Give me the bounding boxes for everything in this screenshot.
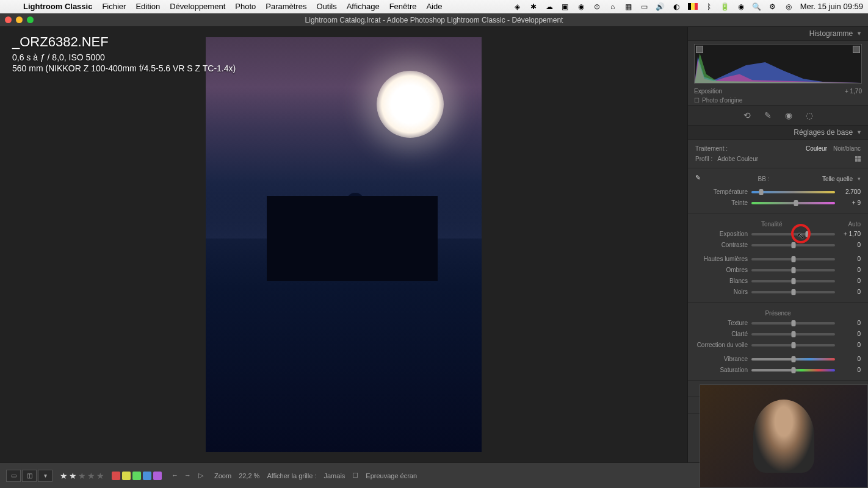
menu-photo[interactable]: Photo xyxy=(235,2,256,11)
flag-icon[interactable] xyxy=(688,3,698,10)
exposure-value[interactable]: + 1,70 xyxy=(839,231,861,237)
highlight-clip-indicator[interactable] xyxy=(853,46,860,53)
minimize-button[interactable] xyxy=(16,16,23,23)
original-photo-label[interactable]: Photo d'origine xyxy=(702,97,742,104)
texture-slider[interactable] xyxy=(751,322,835,325)
highlights-slider[interactable] xyxy=(751,258,835,260)
status-icon[interactable]: ⊙ xyxy=(593,2,601,11)
menu-aide[interactable]: Aide xyxy=(426,2,442,11)
menubar-clock[interactable]: Mer. 15 juin 09:59 xyxy=(800,2,863,11)
view-loupe-button[interactable]: ▭ xyxy=(6,470,21,482)
grid-value[interactable]: Jamais xyxy=(324,472,345,479)
contrast-value[interactable]: 0 xyxy=(839,242,861,248)
battery-icon[interactable]: 🔋 xyxy=(721,2,729,11)
menu-parametres[interactable]: Paramètres xyxy=(266,2,306,11)
crop-tool-icon[interactable]: ⟲ xyxy=(743,110,751,120)
highlights-value[interactable]: 0 xyxy=(839,256,861,262)
prev-button[interactable]: ← xyxy=(169,472,181,479)
profile-browser-icon[interactable] xyxy=(855,156,861,162)
status-icon[interactable]: ◐ xyxy=(672,2,681,11)
star-icon[interactable]: ★ xyxy=(78,471,86,481)
exposure-slider[interactable] xyxy=(751,233,835,235)
status-icon[interactable]: ▦ xyxy=(624,2,633,11)
star-icon[interactable]: ★ xyxy=(69,471,77,481)
softproof-label[interactable]: Epreuvage écran xyxy=(366,472,417,479)
menu-outils[interactable]: Outils xyxy=(316,2,336,11)
vibrance-value[interactable]: 0 xyxy=(839,356,861,362)
status-icon[interactable]: ▭ xyxy=(640,2,649,11)
collapse-icon[interactable]: ▼ xyxy=(856,30,862,37)
basic-panel-header[interactable]: Réglages de base▼ xyxy=(688,126,868,140)
vibrance-slider[interactable] xyxy=(751,358,835,361)
whites-value[interactable]: 0 xyxy=(839,278,861,284)
heal-tool-icon[interactable]: ✎ xyxy=(764,110,772,120)
temp-slider[interactable] xyxy=(751,191,835,193)
collapse-icon[interactable]: ▼ xyxy=(856,129,862,135)
next-button[interactable]: → xyxy=(182,472,193,479)
dehaze-slider[interactable] xyxy=(751,344,835,346)
treatment-color[interactable]: Couleur xyxy=(806,145,827,152)
rating-stars[interactable]: ★ ★ ★ ★ ★ xyxy=(60,471,104,481)
redeye-tool-icon[interactable]: ◉ xyxy=(785,110,792,120)
clarity-slider[interactable] xyxy=(751,333,835,336)
blacks-slider[interactable] xyxy=(751,291,835,293)
play-button[interactable]: ▷ xyxy=(195,472,207,479)
menu-fenetre[interactable]: Fenêtre xyxy=(389,2,417,11)
tint-value[interactable]: + 9 xyxy=(839,199,861,206)
shadows-value[interactable]: 0 xyxy=(839,267,861,273)
status-icon[interactable]: ◉ xyxy=(577,2,585,11)
menu-affichage[interactable]: Affichage xyxy=(347,2,380,11)
tint-slider[interactable] xyxy=(751,202,835,204)
histogram-header[interactable]: Histogramme▼ xyxy=(688,27,868,41)
checkbox-icon[interactable]: ☐ xyxy=(694,97,700,104)
siri-icon[interactable]: ◎ xyxy=(784,2,793,11)
apple-icon[interactable] xyxy=(5,2,13,11)
clarity-value[interactable]: 0 xyxy=(839,331,861,337)
star-icon[interactable]: ★ xyxy=(96,471,104,481)
treatment-bw[interactable]: Noir/blanc xyxy=(833,145,861,152)
saturation-value[interactable]: 0 xyxy=(839,367,861,373)
profile-value[interactable]: Adobe Couleur xyxy=(717,156,758,162)
histogram[interactable] xyxy=(694,44,862,84)
status-icon[interactable]: ◈ xyxy=(513,2,522,11)
whites-slider[interactable] xyxy=(751,280,835,282)
color-red[interactable] xyxy=(112,472,120,480)
volume-icon[interactable]: 🔊 xyxy=(656,2,665,11)
mask-tool-icon[interactable]: ◌ xyxy=(806,110,813,120)
image-canvas[interactable]: _ORZ6382.NEF 0,6 s à ƒ / 8,0, ISO 5000 5… xyxy=(0,27,687,462)
status-icon[interactable]: ✱ xyxy=(529,2,538,11)
maximize-button[interactable] xyxy=(27,16,34,23)
checkbox-icon[interactable]: ☐ xyxy=(352,472,358,479)
close-button[interactable] xyxy=(5,16,12,23)
status-icon[interactable]: ▣ xyxy=(561,2,570,11)
color-blue[interactable] xyxy=(143,472,151,480)
bluetooth-icon[interactable]: ᛒ xyxy=(705,2,714,11)
texture-value[interactable]: 0 xyxy=(839,320,861,326)
dehaze-value[interactable]: 0 xyxy=(839,342,861,348)
status-icon[interactable]: ⌂ xyxy=(609,2,617,11)
menu-developpement[interactable]: Développement xyxy=(170,2,225,11)
shadow-clip-indicator[interactable] xyxy=(696,46,703,53)
dropdown-icon[interactable]: ▾ xyxy=(858,176,861,182)
control-center-icon[interactable]: ⚙ xyxy=(769,2,777,11)
star-icon[interactable]: ★ xyxy=(60,471,68,481)
color-green[interactable] xyxy=(132,472,141,480)
menu-edition[interactable]: Edition xyxy=(136,2,160,11)
star-icon[interactable]: ★ xyxy=(87,471,95,481)
color-purple[interactable] xyxy=(153,472,162,480)
view-compare-button[interactable]: ◫ xyxy=(22,470,37,482)
shadows-slider[interactable] xyxy=(751,269,835,271)
saturation-slider[interactable] xyxy=(751,369,835,371)
zoom-value[interactable]: 22,2 % xyxy=(239,472,259,479)
contrast-slider[interactable] xyxy=(751,244,835,246)
auto-button[interactable]: Auto xyxy=(848,221,861,228)
status-icon[interactable]: ☁ xyxy=(545,2,554,11)
wifi-icon[interactable]: ◉ xyxy=(737,2,745,11)
temp-value[interactable]: 2.700 xyxy=(839,188,861,195)
view-survey-button[interactable]: ▾ xyxy=(38,470,52,482)
color-yellow[interactable] xyxy=(122,472,131,480)
menu-fichier[interactable]: Fichier xyxy=(102,2,126,11)
wb-picker-icon[interactable]: ✎ xyxy=(695,174,705,184)
wb-preset[interactable]: Telle quelle xyxy=(822,176,853,182)
blacks-value[interactable]: 0 xyxy=(839,289,861,295)
